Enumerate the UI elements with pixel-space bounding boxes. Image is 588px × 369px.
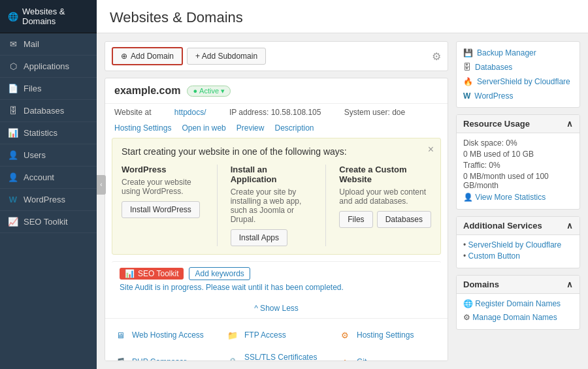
sidebar-label-users: Users: [24, 150, 46, 160]
service-php-composer[interactable]: 🎵 PHP Composer: [110, 349, 218, 361]
custom-button-link[interactable]: Custom Button: [468, 251, 520, 261]
add-subdomain-button[interactable]: + Add Subdomain: [187, 48, 266, 65]
resource-usage-content: Disk space: 0% 0 MB used of 10 GB Traffi…: [457, 133, 580, 209]
servershield-quick-label[interactable]: ServerShield by Cloudflare: [477, 77, 570, 86]
main-header: Websites & Domains: [97, 0, 588, 33]
sidebar-item-mail[interactable]: ✉ Mail: [0, 33, 97, 56]
sidebar-item-databases[interactable]: 🗄 Databases: [0, 100, 97, 122]
traffic-label: Traffic: 0%: [463, 161, 573, 170]
close-icon[interactable]: ×: [428, 144, 434, 155]
wordpress-quick-label[interactable]: WordPress: [474, 91, 513, 101]
users-icon: 👤: [8, 150, 18, 160]
show-less-btn[interactable]: ^ Show Less: [105, 301, 448, 315]
install-apps-button[interactable]: Install Apps: [231, 229, 287, 246]
add-domain-icon: ⊕: [121, 52, 127, 61]
service-ssl[interactable]: 🔒 SSL/TLS Certificates Not Secured: [223, 349, 330, 361]
custom-option-title: Create a Custom Website: [339, 165, 431, 184]
files-btn-label: Files: [348, 215, 364, 224]
backup-icon: 💾: [463, 48, 473, 57]
option-sep-1: [217, 165, 218, 246]
servershield-quick-link[interactable]: 🔥 ServerShield by Cloudflare: [463, 76, 573, 88]
page-title: Websites & Domains: [110, 9, 575, 26]
sidebar-label-applications: Applications: [24, 61, 69, 71]
sidebar-item-applications[interactable]: ⬡ Applications: [0, 56, 97, 78]
system-user: System user: doe: [344, 108, 405, 117]
git-icon: ◈: [338, 355, 352, 361]
servershield-link[interactable]: ServerShield by Cloudflare: [468, 240, 562, 249]
databases-quick-label[interactable]: Databases: [475, 63, 512, 72]
quick-links-card: 💾 Backup Manager 🗄 Databases 🔥 ServerShi…: [456, 41, 580, 108]
install-apps-label: Install Apps: [239, 233, 279, 242]
add-domain-button[interactable]: ⊕ Add Domain: [112, 47, 183, 65]
chart-icon: 📊: [125, 269, 135, 278]
manage-domain-link[interactable]: Manage Domain Names: [472, 313, 557, 322]
servershield-quick-icon: 🔥: [463, 77, 473, 86]
open-in-web-link[interactable]: Open in web: [182, 123, 225, 133]
ssl-icon: 🔒: [225, 355, 240, 361]
install-wordpress-button[interactable]: Install WordPress: [122, 201, 200, 218]
databases-quick-icon: 🗄: [463, 63, 471, 72]
sidebar-collapse-btn[interactable]: ‹: [97, 175, 106, 195]
sidebar-item-users[interactable]: 👤 Users: [0, 144, 97, 167]
web-hosting-label: Web Hosting Access: [132, 330, 204, 340]
httpdocs-link[interactable]: httpdocs/: [174, 108, 206, 117]
ssl-label: SSL/TLS Certificates: [244, 353, 317, 361]
wordpress-icon: W: [8, 195, 18, 204]
sidebar-item-statistics[interactable]: 📊 Statistics: [0, 122, 97, 144]
gear-icon[interactable]: ⚙: [432, 50, 441, 63]
sidebar-label-wordpress: WordPress: [24, 195, 65, 204]
description-link[interactable]: Description: [274, 123, 314, 133]
domain-info: Website at httpdocs/ IP address: 10.58.1…: [105, 104, 448, 121]
sidebar-label-files: Files: [24, 84, 41, 93]
view-more-stats-link[interactable]: View More Statistics: [475, 193, 546, 202]
wordpress-quick-link[interactable]: W WordPress: [463, 90, 573, 102]
resource-usage-header: Resource Usage ∧: [457, 115, 580, 133]
service-ftp[interactable]: 📁 FTP Access: [223, 324, 330, 346]
service-hosting-settings[interactable]: ⚙ Hosting Settings: [335, 324, 442, 346]
install-wordpress-label: Install WordPress: [130, 205, 191, 214]
main-content: Websites & Domains ⊕ Add Domain + Add Su…: [97, 0, 588, 369]
add-domain-label: Add Domain: [131, 52, 174, 61]
hosting-settings-link[interactable]: Hosting Settings: [114, 123, 171, 133]
domain-actions: Hosting Settings Open in web Preview Des…: [105, 121, 448, 138]
domains-chevron: ∧: [566, 280, 573, 289]
status-label: Active: [199, 87, 219, 95]
databases-button[interactable]: Databases: [377, 211, 431, 228]
right-panel: 💾 Backup Manager 🗄 Databases 🔥 ServerShi…: [456, 41, 580, 361]
sidebar-item-files[interactable]: 📄 Files: [0, 78, 97, 100]
show-less-label: ^ Show Less: [254, 304, 299, 313]
preview-link[interactable]: Preview: [237, 123, 265, 133]
databases-icon: 🗄: [8, 106, 18, 116]
domains-header: Domains ∧: [457, 276, 580, 294]
stats-icon: 👤: [463, 193, 473, 202]
start-options: WordPress Create your website using Word…: [122, 165, 431, 246]
sidebar-item-account[interactable]: 👤 Account: [0, 167, 97, 189]
register-domain-link[interactable]: Register Domain Names: [475, 299, 561, 308]
seo-bar: 📊 SEO Toolkit Add keywords Site Audit is…: [112, 261, 441, 297]
backup-manager-label[interactable]: Backup Manager: [477, 48, 536, 57]
add-subdomain-label: + Add Subdomain: [195, 52, 257, 61]
status-chevron: ▾: [221, 87, 225, 95]
start-creating-box: Start creating your website in one of th…: [112, 138, 441, 255]
application-option: Install an Application Create your site …: [231, 165, 313, 246]
sidebar-label-seo: SEO Toolkit: [24, 217, 68, 227]
add-keywords-button[interactable]: Add keywords: [189, 267, 250, 280]
ip-address: IP address: 10.58.108.105: [229, 108, 321, 117]
backup-manager-link[interactable]: 💾 Backup Manager: [463, 47, 573, 59]
resource-usage-title: Resource Usage: [463, 119, 530, 129]
databases-quick-link[interactable]: 🗄 Databases: [463, 61, 573, 73]
sidebar-header[interactable]: 🌐 Websites & Domains: [0, 0, 97, 33]
sidebar-item-wordpress[interactable]: W WordPress: [0, 189, 97, 211]
files-button[interactable]: Files: [339, 211, 372, 228]
domains-content: 🌐 Register Domain Names ⚙ Manage Domain …: [457, 294, 580, 329]
traffic-detail: 0 MB/month used of 100 GB/month: [463, 172, 573, 190]
service-web-hosting[interactable]: 🖥 Web Hosting Access: [110, 324, 218, 346]
mail-icon: ✉: [8, 39, 18, 49]
wordpress-option: WordPress Create your website using Word…: [122, 165, 204, 246]
account-icon: 👤: [8, 172, 18, 182]
service-git[interactable]: ◈ Git: [335, 349, 442, 361]
applications-icon: ⬡: [8, 61, 18, 71]
sidebar-item-seo[interactable]: 📈 SEO Toolkit: [0, 211, 97, 233]
content-area: ⊕ Add Domain + Add Subdomain ⚙ example.c…: [97, 33, 588, 369]
toolbar: ⊕ Add Domain + Add Subdomain ⚙: [105, 41, 448, 71]
